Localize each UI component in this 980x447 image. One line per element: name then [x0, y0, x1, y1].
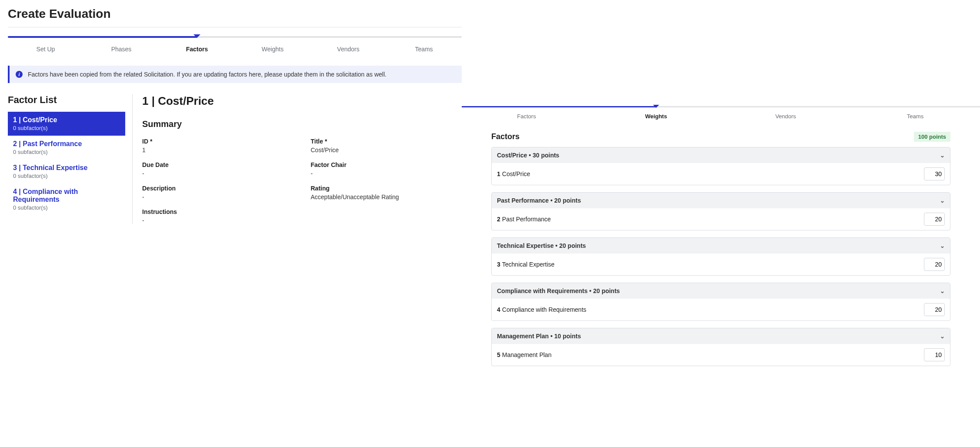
weight-group-header-label: Technical Expertise • 20 points	[497, 242, 586, 249]
weight-group-body: 5Management Plan	[492, 344, 950, 366]
due-date-value: -	[142, 170, 293, 177]
factor-list-item-title: 4 | Compliance with Requirements	[13, 188, 120, 203]
weight-item-label: 4Compliance with Requirements	[497, 306, 587, 313]
stepper-left: Set UpPhasesFactorsWeightsVendorsTeams	[8, 36, 462, 56]
info-banner-text: Factors have been copied from the relate…	[28, 71, 387, 78]
step-factors[interactable]: Factors	[159, 42, 235, 56]
weight-group-header[interactable]: Compliance with Requirements • 20 points…	[492, 283, 950, 299]
rating-label: Rating	[311, 185, 462, 192]
page-title: Create Evaluation	[8, 7, 462, 21]
weight-input[interactable]	[924, 303, 945, 316]
weight-item-label: 3Technical Expertise	[497, 261, 554, 268]
instructions-label: Instructions	[142, 208, 462, 215]
factor-chair-value: -	[311, 170, 462, 177]
weight-group: Cost/Price • 30 points⌄1Cost/Price	[491, 147, 950, 185]
stepper-indicator-icon	[653, 105, 659, 108]
step-vendors[interactable]: Vendors	[310, 42, 386, 56]
weight-input[interactable]	[924, 167, 945, 180]
factor-list-item-title: 1 | Cost/Price	[13, 116, 120, 124]
chevron-down-icon: ⌄	[940, 197, 945, 204]
summary-heading: Summary	[142, 119, 462, 129]
id-value: 1	[142, 147, 293, 153]
step-set-up[interactable]: Set Up	[8, 42, 83, 56]
factor-list-item-sub: 0 subfactor(s)	[13, 173, 120, 179]
weight-item-label: 2Past Performance	[497, 216, 551, 223]
step-teams[interactable]: Teams	[850, 110, 980, 122]
due-date-label: Due Date	[142, 161, 293, 168]
weights-factors-title: Factors	[491, 132, 520, 141]
factor-detail-heading: 1 | Cost/Price	[142, 94, 462, 108]
weight-group: Compliance with Requirements • 20 points…	[491, 283, 950, 321]
title-label: Title *	[311, 138, 462, 145]
info-icon: i	[16, 71, 23, 78]
step-weights[interactable]: Weights	[235, 42, 310, 56]
stepper-right: FactorsWeightsVendorsTeams	[462, 106, 980, 122]
divider	[8, 27, 462, 27]
id-label: ID *	[142, 138, 293, 145]
weight-group-header-label: Management Plan • 10 points	[497, 333, 581, 340]
weight-group-header[interactable]: Management Plan • 10 points⌄	[492, 328, 950, 344]
description-label: Description	[142, 185, 293, 192]
weight-group-header-label: Cost/Price • 30 points	[497, 152, 559, 159]
weight-group-header[interactable]: Past Performance • 20 points⌄	[492, 193, 950, 208]
factor-list-item-sub: 0 subfactor(s)	[13, 204, 120, 211]
step-weights[interactable]: Weights	[591, 110, 721, 122]
weight-group-body: 3Technical Expertise	[492, 254, 950, 275]
step-factors[interactable]: Factors	[462, 110, 591, 122]
factor-list-item[interactable]: 4 | Compliance with Requirements0 subfac…	[8, 183, 125, 215]
factor-chair-label: Factor Chair	[311, 161, 462, 168]
factor-list-item[interactable]: 3 | Technical Expertise0 subfactor(s)	[8, 160, 125, 183]
weight-group-body: 2Past Performance	[492, 208, 950, 230]
weight-item-label: 1Cost/Price	[497, 170, 530, 177]
step-vendors[interactable]: Vendors	[721, 110, 850, 122]
instructions-value: -	[142, 217, 462, 224]
chevron-down-icon: ⌄	[940, 152, 945, 159]
chevron-down-icon: ⌄	[940, 288, 945, 294]
rating-value: Acceptable/Unacceptable Rating	[311, 193, 462, 200]
weight-item-label: 5Management Plan	[497, 351, 551, 358]
weight-input[interactable]	[924, 213, 945, 226]
weight-group-body: 4Compliance with Requirements	[492, 299, 950, 320]
step-teams[interactable]: Teams	[386, 42, 462, 56]
weight-group-header-label: Compliance with Requirements • 20 points	[497, 287, 620, 294]
factor-list-item-sub: 0 subfactor(s)	[13, 149, 120, 155]
factor-list-item[interactable]: 1 | Cost/Price0 subfactor(s)	[8, 112, 125, 136]
factor-list-item-title: 3 | Technical Expertise	[13, 164, 120, 172]
weight-group-header[interactable]: Cost/Price • 30 points⌄	[492, 147, 950, 163]
weight-group-body: 1Cost/Price	[492, 163, 950, 185]
total-points-badge: 100 points	[914, 132, 950, 142]
chevron-down-icon: ⌄	[940, 243, 945, 249]
factor-list-item-sub: 0 subfactor(s)	[13, 125, 120, 131]
weight-input[interactable]	[924, 348, 945, 361]
title-value: Cost/Price	[311, 147, 462, 153]
weight-group: Technical Expertise • 20 points⌄3Technic…	[491, 237, 950, 276]
factor-list-title: Factor List	[8, 94, 125, 106]
weight-group: Past Performance • 20 points⌄2Past Perfo…	[491, 192, 950, 230]
info-banner: i Factors have been copied from the rela…	[8, 66, 462, 83]
factor-list-item-title: 2 | Past Performance	[13, 140, 120, 148]
stepper-progress	[462, 106, 656, 107]
weight-group: Management Plan • 10 points⌄5Management …	[491, 328, 950, 366]
description-value: -	[142, 193, 293, 200]
step-phases[interactable]: Phases	[83, 42, 159, 56]
weight-group-header-label: Past Performance • 20 points	[497, 197, 581, 204]
chevron-down-icon: ⌄	[940, 333, 945, 340]
factor-list-item[interactable]: 2 | Past Performance0 subfactor(s)	[8, 136, 125, 160]
weight-input[interactable]	[924, 258, 945, 271]
weight-group-header[interactable]: Technical Expertise • 20 points⌄	[492, 238, 950, 254]
